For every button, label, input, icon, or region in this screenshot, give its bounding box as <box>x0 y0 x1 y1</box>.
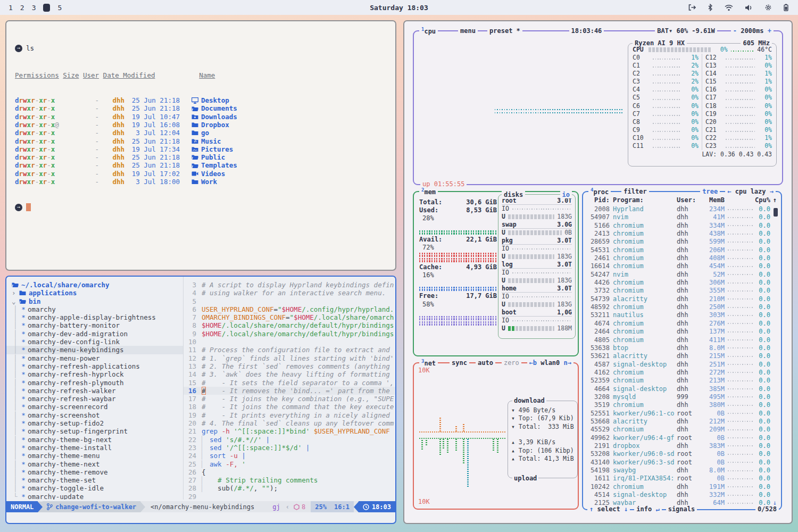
tree-file-omarchy-theme-bg-next[interactable]: │*omarchy-theme-bg-next <box>6 436 183 444</box>
process-row[interactable]: 49962kworker/u96:4-gfroot0B0.0 <box>587 434 777 442</box>
process-row[interactable]: 45529chromiumdhh209M0.0 <box>587 426 777 434</box>
tree-file-omarchy[interactable]: │*omarchy <box>6 305 183 313</box>
preset-button[interactable]: preset * <box>487 27 522 35</box>
process-row[interactable]: 2008Hyprlanddhh234M0.0 <box>587 205 777 213</box>
process-row[interactable]: 53638btopdhh8.0M0.0 <box>587 344 777 352</box>
code-line-19: 19# - It prints everything in a nicely a… <box>184 411 395 419</box>
tree-file-omarchy-refresh-hyprlock[interactable]: │*omarchy-refresh-hyprlock <box>6 370 183 378</box>
tree-file-omarchy-refresh-applications[interactable]: │*omarchy-refresh-applications <box>6 362 183 370</box>
tree-file-omarchy-refresh-walker[interactable]: │*omarchy-refresh-walker <box>6 387 183 395</box>
tab-io[interactable]: io <box>560 191 572 198</box>
menu-button[interactable]: menu <box>458 27 478 35</box>
process-row[interactable]: 4587signal-desktopdhh251M0.0 <box>587 361 777 369</box>
git-branch-icon <box>47 503 53 510</box>
zero-button[interactable]: zero <box>502 359 521 367</box>
tree-file-omarchy-theme-install[interactable]: │*omarchy-theme-install <box>6 444 183 452</box>
process-row[interactable]: 4674chromiumdhh276M0.0 <box>587 320 777 328</box>
bluetooth-icon[interactable] <box>708 4 713 11</box>
info-control[interactable]: info ↵ <box>634 505 661 513</box>
tree-file-omarchy-update[interactable]: └*omarchy-update <box>6 493 183 500</box>
process-row[interactable]: 4664signal-desktopdhh385M0.0 <box>587 385 777 393</box>
shell-prompt[interactable]: ➞ <box>15 203 395 212</box>
tab-net[interactable]: 3net <box>419 359 438 367</box>
sort-selector[interactable]: ← cpu lazy → <box>725 188 776 195</box>
tree-file-omarchy-setup-fido2[interactable]: │*omarchy-setup-fido2 <box>6 419 183 427</box>
process-row[interactable]: 54739alacrittydhh210M0.0 <box>587 295 777 303</box>
process-row[interactable]: 3208mysqld999495M0.0 <box>587 393 777 401</box>
process-row[interactable]: 3732chromiumdhh355M0.0 <box>587 287 777 295</box>
process-row[interactable]: 3519chromiumdhh380M0.0 <box>587 401 777 409</box>
process-row[interactable]: 53668alacrittydhh212M0.0 <box>587 418 777 426</box>
sync-button[interactable]: sync <box>450 359 469 367</box>
process-row[interactable]: 53211nautilusdhh303M0.0 <box>587 311 777 319</box>
process-row[interactable]: 54531chromiumdhh206M0.0 <box>587 246 777 254</box>
tree-file-omarchy-menu-keybindings[interactable]: │*omarchy-menu-keybindings <box>6 346 183 354</box>
process-row[interactable]: 2413chromiumdhh438M0.0 <box>587 230 777 238</box>
process-row[interactable]: 4514signal-desktopdhh332M0.0 <box>587 491 777 499</box>
filter-button[interactable]: filter <box>621 188 649 195</box>
tab-mem[interactable]: 2mem <box>419 187 438 196</box>
process-table-header[interactable]: Pid: Program: User: MemB Cpu% ↑ <box>587 196 777 205</box>
tree-file-omarchy-dev-add-migration[interactable]: │*omarchy-dev-add-migration <box>6 330 183 338</box>
process-row[interactable]: 53208kworker/u96:0-sdroot0B0.0 <box>587 450 777 458</box>
process-row[interactable]: 4805chromiumdhh411M0.0 <box>587 336 777 344</box>
neovim-window[interactable]: ~/.local/share/omarchy›applications⌄bin│… <box>5 276 396 524</box>
tree-file-omarchy-dev-config-link[interactable]: │*omarchy-dev-config-link <box>6 338 183 346</box>
process-row[interactable]: 48592chromiumdhh250M0.0 <box>587 303 777 311</box>
system-tray[interactable] <box>688 4 798 11</box>
process-row[interactable]: 5166chromiumdhh334M0.0 <box>587 222 777 230</box>
tab-proc[interactable]: 4proc <box>588 187 611 196</box>
tree-file-omarchy-toggle-idle[interactable]: │*omarchy-toggle-idle <box>6 484 183 492</box>
process-row[interactable]: 4162chromiumdhh272M0.0 <box>587 369 777 377</box>
tree-file-omarchy-refresh-plymouth[interactable]: │*omarchy-refresh-plymouth <box>6 379 183 387</box>
process-row[interactable]: 2464chromiumdhh137M0.0 <box>587 328 777 336</box>
process-row[interactable]: 52359chromiumdhh213M0.0 <box>587 377 777 385</box>
process-row[interactable]: 28659chromiumdhh599M0.0 <box>587 238 777 246</box>
process-row[interactable]: 2191dropboxdhh383M0.0 <box>587 442 777 450</box>
code-editor[interactable]: 3# A script to display Hyprland keybindi… <box>183 277 395 500</box>
volume-icon[interactable] <box>745 4 753 11</box>
tree-dir-bin[interactable]: ⌄bin <box>6 297 183 305</box>
wifi-icon[interactable] <box>725 4 733 11</box>
tree-root[interactable]: ~/.local/share/omarchy <box>6 281 183 289</box>
select-control[interactable]: ↑ select ↓ <box>587 505 630 513</box>
tree-file-omarchy-setup-fingerprint[interactable]: │*omarchy-setup-fingerprint <box>6 427 183 435</box>
tree-file-omarchy-screenshot[interactable]: │*omarchy-screenshot <box>6 411 183 419</box>
btop-window[interactable]: 1cpu menu preset * 18:03:46 BAT▾ 60% -9.… <box>403 20 793 524</box>
tree-file-omarchy-menu-power[interactable]: │*omarchy-menu-power <box>6 354 183 362</box>
terminal-window-ls[interactable]: ➞ ls Permissions Size User Date Modified… <box>5 20 396 271</box>
tree-file-omarchy-theme-remove[interactable]: │*omarchy-theme-remove <box>6 468 183 476</box>
ls-row: drwxr-xr-x-dhh19 Jul 10:47Downloads <box>15 113 395 121</box>
signals-control[interactable]: signals <box>666 505 697 513</box>
battery-icon[interactable] <box>784 4 788 11</box>
process-row[interactable]: 4426chromiumdhh306M0.0 <box>587 279 777 287</box>
process-row[interactable]: 54198swaybgdhh8.0M0.0 <box>587 467 777 475</box>
tree-dir-applications[interactable]: ›applications <box>6 289 183 297</box>
process-row[interactable]: 16614chromiumdhh454M0.0 <box>587 262 777 270</box>
tree-file-omarchy-theme-next[interactable]: │*omarchy-theme-next <box>6 460 183 468</box>
update-interval[interactable]: - 2000ms + <box>731 27 774 35</box>
process-row[interactable]: 2461chromiumdhh408M0.0 <box>587 254 777 262</box>
process-row[interactable]: 54247nvimdhh52M0.0 <box>587 271 777 279</box>
file-tree[interactable]: ~/.local/share/omarchy›applications⌄bin│… <box>6 277 183 500</box>
tree-file-omarchy-apple-display-brightness[interactable]: │*omarchy-apple-display-brightness <box>6 313 183 321</box>
tree-toggle[interactable]: tree <box>700 188 720 195</box>
logout-icon[interactable] <box>688 4 696 11</box>
settings-icon[interactable] <box>764 4 772 11</box>
process-row[interactable]: 43140kworker/u96:3-sdroot0B0.0 <box>587 459 777 467</box>
process-row[interactable]: 10242chromiumdhh191M0.0 <box>587 483 777 491</box>
process-row[interactable]: 52551kworker/u96:1-coroot0B0.0 <box>587 410 777 418</box>
process-row[interactable]: 54907nvimdhh41M0.0 <box>587 213 777 221</box>
process-row[interactable]: 1611irq/81-PIXA3854:root0B0.0 <box>587 475 777 483</box>
process-row[interactable]: 53621alacrittydhh215M0.0 <box>587 352 777 360</box>
scrollbar-thumb[interactable] <box>774 208 778 217</box>
tree-file-omarchy-theme-menu[interactable]: │*omarchy-theme-menu <box>6 452 183 460</box>
auto-button[interactable]: auto <box>476 359 495 367</box>
tree-file-omarchy-battery-monitor[interactable]: │*omarchy-battery-monitor <box>6 321 183 329</box>
interface-switcher[interactable]: ←b wlan0 n→ <box>527 359 574 367</box>
core-C3: C32% <box>633 78 699 86</box>
tree-file-omarchy-screenrecord[interactable]: │*omarchy-screenrecord <box>6 403 183 411</box>
tab-cpu[interactable]: 1cpu <box>419 27 438 35</box>
tree-file-omarchy-theme-set[interactable]: │*omarchy-theme-set <box>6 476 183 484</box>
tree-file-omarchy-refresh-waybar[interactable]: │*omarchy-refresh-waybar <box>6 395 183 403</box>
